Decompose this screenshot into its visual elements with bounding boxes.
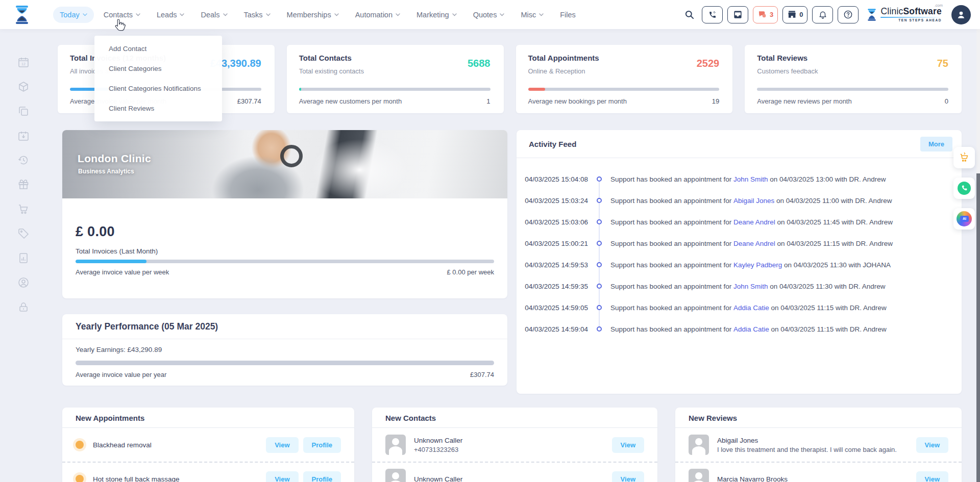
feed-client-link[interactable]: Addia Catie bbox=[733, 325, 769, 333]
nav-label: Tasks bbox=[244, 11, 263, 19]
nav-item-tasks[interactable]: Tasks bbox=[237, 7, 277, 23]
feed-entry[interactable]: 04/03/2025 14:59:05 Support has booked a… bbox=[517, 297, 962, 318]
app-logo[interactable] bbox=[13, 5, 31, 24]
feed-entry[interactable]: 04/03/2025 15:00:21 Support has booked a… bbox=[517, 233, 962, 254]
clinic-analytics-card: London Clinic Business Analytics £ 0.00 … bbox=[62, 130, 507, 298]
stat-footer-value: 19 bbox=[712, 97, 719, 105]
svg-text:12: 12 bbox=[21, 62, 26, 66]
feed-entry[interactable]: 04/03/2025 14:59:53 Support has booked a… bbox=[517, 254, 962, 275]
search-icon[interactable] bbox=[682, 6, 697, 23]
feed-time: 04/03/2025 15:03:06 bbox=[517, 218, 588, 226]
view-button[interactable]: View bbox=[916, 437, 948, 453]
activity-more-button[interactable]: More bbox=[920, 137, 952, 151]
nav-item-deals[interactable]: Deals bbox=[194, 7, 234, 23]
lock-icon[interactable] bbox=[17, 301, 30, 313]
clinicsoftware-brand[interactable]: ClinicSoftware .com TEN STEPS AHEAD bbox=[866, 7, 942, 22]
stat-title: Total Contacts bbox=[299, 54, 352, 62]
contact-name: Unknown Caller bbox=[414, 475, 462, 482]
feed-entry[interactable]: 04/03/2025 15:03:24 Support has booked a… bbox=[517, 190, 962, 211]
calendar-import-icon[interactable] bbox=[17, 130, 30, 142]
orange-cart-icon bbox=[959, 152, 970, 163]
feed-client-link[interactable]: John Smith bbox=[733, 175, 768, 183]
brand-tld: .com bbox=[935, 4, 943, 8]
menu-item-client-categories[interactable]: Client Categories bbox=[94, 59, 222, 79]
new-reviews-title: New Reviews bbox=[675, 408, 962, 428]
user-avatar[interactable] bbox=[951, 5, 971, 24]
progress-bar bbox=[299, 88, 491, 91]
profile-button[interactable]: Profile bbox=[303, 437, 341, 453]
feed-entry[interactable]: 04/03/2025 14:59:04 Support has booked a… bbox=[517, 318, 962, 340]
menu-item-client-reviews[interactable]: Client Reviews bbox=[94, 98, 222, 118]
user-avatar-icon bbox=[956, 10, 966, 20]
view-button[interactable]: View bbox=[916, 471, 948, 482]
stat-footer-label: Average new customers per month bbox=[299, 97, 402, 105]
main-navigation: Today Contacts Leads Deals Tasks Members… bbox=[53, 7, 582, 23]
tag-icon[interactable] bbox=[17, 227, 30, 240]
feed-client-link[interactable]: Kayley Padberg bbox=[733, 261, 782, 269]
nav-label: Misc bbox=[521, 11, 536, 19]
chat-button[interactable]: 3 bbox=[753, 6, 778, 23]
nav-item-files[interactable]: Files bbox=[553, 7, 582, 23]
contact-avatar bbox=[385, 435, 406, 455]
feed-client-link[interactable]: Deane Andrel bbox=[733, 218, 775, 226]
call-float-button[interactable] bbox=[953, 177, 975, 199]
feed-client-link[interactable]: Abigail Jones bbox=[733, 197, 774, 205]
last-month-label: Total Invoices (Last Month) bbox=[76, 247, 494, 255]
chevron-down-icon bbox=[539, 13, 544, 16]
phone-button[interactable] bbox=[702, 6, 723, 23]
top-bar: Today Contacts Leads Deals Tasks Members… bbox=[0, 0, 980, 29]
status-dot bbox=[76, 441, 84, 449]
timeline-marker bbox=[588, 211, 610, 233]
feed-client-link[interactable]: Deane Andrel bbox=[733, 240, 775, 247]
feed-entry[interactable]: 04/03/2025 14:59:35 Support has booked a… bbox=[517, 275, 962, 297]
brand-underline bbox=[880, 17, 942, 18]
history-icon[interactable] bbox=[17, 154, 30, 166]
yearly-performance-card: Yearly Performance (05 Mar 2025) Yearly … bbox=[62, 314, 507, 386]
ai-float-button[interactable]: AI bbox=[953, 208, 975, 230]
feed-client-link[interactable]: Addia Catie bbox=[733, 304, 769, 312]
feed-entry[interactable]: 04/03/2025 15:04:08 Support has booked a… bbox=[517, 168, 962, 190]
contacts-dropdown-menu: Add Contact Client Categories Client Cat… bbox=[94, 36, 222, 121]
nav-item-leads[interactable]: Leads bbox=[150, 7, 191, 23]
store-button[interactable]: 0 bbox=[782, 6, 807, 23]
nav-item-contacts[interactable]: Contacts bbox=[97, 7, 147, 23]
nav-item-automation[interactable]: Automation bbox=[349, 7, 407, 23]
nav-item-memberships[interactable]: Memberships bbox=[280, 7, 346, 23]
feed-time: 04/03/2025 15:03:24 bbox=[517, 197, 588, 205]
calendar-icon[interactable]: 12 bbox=[17, 56, 30, 68]
profile-button[interactable]: Profile bbox=[303, 471, 341, 482]
nav-item-misc[interactable]: Misc bbox=[514, 7, 550, 23]
gift-icon[interactable] bbox=[17, 179, 30, 191]
nav-item-quotes[interactable]: Quotes bbox=[467, 7, 511, 23]
feed-entry[interactable]: 04/03/2025 15:03:06 Support has booked a… bbox=[517, 211, 962, 233]
view-button[interactable]: View bbox=[612, 471, 644, 482]
nav-item-today[interactable]: Today bbox=[53, 7, 94, 23]
menu-item-client-categories-notifications[interactable]: Client Categories Notifications bbox=[94, 79, 222, 98]
view-button[interactable]: View bbox=[266, 471, 298, 482]
copy-icon[interactable] bbox=[17, 105, 30, 117]
help-button[interactable] bbox=[838, 6, 859, 23]
brand-tagline: TEN STEPS AHEAD bbox=[880, 19, 942, 22]
activity-feed-title: Activity Feed bbox=[529, 140, 576, 148]
new-appointments-title: New Appointments bbox=[62, 408, 354, 428]
stat-card-reviews: Total Reviews 75 Customers feedback Aver… bbox=[745, 45, 962, 113]
review-text: I love this treatment and the therapist.… bbox=[717, 446, 897, 453]
contact-name: Unknown Caller bbox=[414, 437, 462, 444]
cart-icon[interactable] bbox=[17, 203, 30, 215]
inbox-button[interactable] bbox=[727, 6, 748, 23]
report-icon[interactable] bbox=[17, 252, 30, 264]
account-icon[interactable] bbox=[17, 276, 30, 289]
shop-float-button[interactable] bbox=[953, 147, 975, 168]
nav-label: Memberships bbox=[287, 11, 331, 19]
nav-item-marketing[interactable]: Marketing bbox=[410, 7, 463, 23]
menu-item-add-contact[interactable]: Add Contact bbox=[94, 39, 222, 59]
scrollbar-thumb[interactable] bbox=[976, 173, 980, 482]
notifications-button[interactable] bbox=[812, 6, 833, 23]
status-dot bbox=[76, 475, 84, 482]
view-button[interactable]: View bbox=[266, 437, 298, 453]
view-button[interactable]: View bbox=[612, 437, 644, 453]
timeline-marker bbox=[588, 254, 610, 275]
package-icon[interactable] bbox=[17, 81, 30, 93]
feed-client-link[interactable]: John Smith bbox=[733, 283, 768, 290]
topbar-actions: 3 0 bbox=[682, 5, 971, 24]
